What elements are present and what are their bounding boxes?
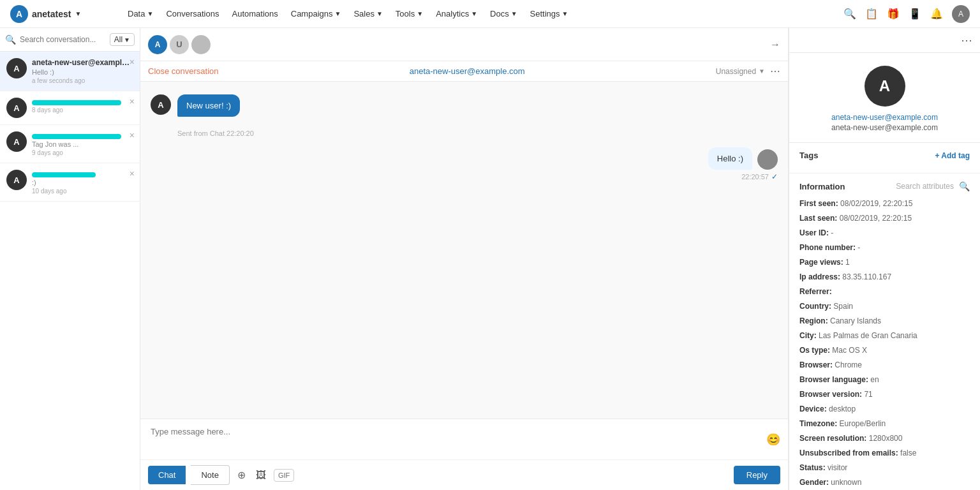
header-avatar-a: A xyxy=(148,35,167,54)
msg-incoming-content: New user! :) xyxy=(177,94,240,117)
contact-email-link[interactable]: aneta-new-user@example.com xyxy=(831,113,938,122)
app-logo[interactable]: A anetatest ▼ xyxy=(10,5,112,23)
attr-os: Os type: Mac OS X xyxy=(799,345,970,356)
nav-right-icons: 🔍 📋 🎁 📱 🔔 A xyxy=(843,5,970,23)
assigned-dropdown[interactable]: Unassigned ▼ xyxy=(716,67,765,76)
conversation-sidebar: 🔍 All ▼ A aneta-new-user@example.com Hel… xyxy=(0,28,140,490)
msg-meta: Sent from Chat 22:20:20 xyxy=(177,130,778,137)
reply-button[interactable]: Reply xyxy=(734,466,780,484)
conv-preview-bar xyxy=(32,134,121,139)
attr-browser-ver: Browser version: 71 xyxy=(799,389,970,400)
msg-outgoing-row: Hello :) xyxy=(708,147,778,170)
more-options-icon[interactable]: ⋯ xyxy=(770,65,780,77)
conv-close-icon[interactable]: × xyxy=(130,168,135,179)
assigned-chevron-icon: ▼ xyxy=(759,68,765,75)
gift-icon[interactable]: 🎁 xyxy=(887,8,900,20)
app-name: anetatest xyxy=(32,9,71,19)
search-icon[interactable]: 🔍 xyxy=(843,8,856,20)
conv-toolbar: Close conversation aneta-new-user@exampl… xyxy=(140,61,788,82)
attr-device: Device: desktop xyxy=(799,403,970,415)
message-input[interactable] xyxy=(151,427,762,450)
nav-tools[interactable]: Tools ▼ xyxy=(396,9,423,19)
conv-time: 10 days ago xyxy=(32,188,133,195)
conv-time: a few seconds ago xyxy=(32,77,133,84)
contact-big-avatar: A xyxy=(865,66,905,107)
nav-conversations[interactable]: Conversations xyxy=(166,9,219,19)
add-tag-button[interactable]: + Add tag xyxy=(935,151,970,160)
search-icon: 🔍 xyxy=(5,34,16,45)
conv-preview: Hello :) xyxy=(32,68,133,76)
delivered-icon: ✓ xyxy=(771,172,778,181)
attr-phone: Phone number: - xyxy=(799,242,970,253)
logo-icon: A xyxy=(10,5,28,23)
nav-docs[interactable]: Docs ▼ xyxy=(490,9,517,19)
conv-name: aneta-new-user@example.com xyxy=(32,58,133,67)
attr-region: Region: Canary Islands xyxy=(799,315,970,327)
msg-bubble: Hello :) xyxy=(708,147,752,170)
right-panel: ⋯ A aneta-new-user@example.com aneta-new… xyxy=(789,28,980,490)
contact-email-plain: aneta-new-user@example.com xyxy=(831,123,938,132)
search-input[interactable] xyxy=(20,35,106,44)
conv-close-icon[interactable]: × xyxy=(130,96,135,107)
header-arrow-icon[interactable]: → xyxy=(770,39,780,50)
main-layout: 🔍 All ▼ A aneta-new-user@example.com Hel… xyxy=(0,28,980,490)
attr-referrer: Referrer: xyxy=(799,286,970,297)
nav-sales[interactable]: Sales ▼ xyxy=(353,9,382,19)
search-attributes-icon[interactable]: 🔍 xyxy=(959,181,970,191)
attr-first-seen: First seen: 08/02/2019, 22:20:15 xyxy=(799,198,970,209)
app-dropdown-icon[interactable]: ▼ xyxy=(75,10,81,17)
conversation-item[interactable]: A Tag Jon was ... 9 days ago × xyxy=(0,125,140,163)
emoji-icon[interactable]: 😊 xyxy=(766,433,780,447)
inbox-icon[interactable]: 📱 xyxy=(909,8,921,20)
gif-button[interactable]: GIF xyxy=(274,469,294,482)
note-tab-button[interactable]: Note xyxy=(191,465,229,485)
filter-dropdown[interactable]: All ▼ xyxy=(110,33,135,46)
conv-close-icon[interactable]: × xyxy=(130,57,135,67)
sidebar-search-bar: 🔍 All ▼ xyxy=(0,28,140,52)
conv-avatar: A xyxy=(6,131,27,152)
conv-content: Tag Jon was ... 9 days ago xyxy=(32,131,133,156)
conv-preview: :) xyxy=(32,179,133,186)
conv-header: A U → xyxy=(140,28,788,61)
bell-icon[interactable]: 🔔 xyxy=(930,8,943,20)
conv-content: :) 10 days ago xyxy=(32,170,133,195)
nav-campaigns[interactable]: Campaigns ▼ xyxy=(291,9,341,19)
header-avatar-img xyxy=(191,35,211,54)
conv-contact-email: aneta-new-user@example.com xyxy=(219,66,716,76)
outgoing-avatar xyxy=(757,149,778,170)
conv-content: 8 days ago xyxy=(32,98,133,114)
nav-settings[interactable]: Settings ▼ xyxy=(530,9,568,19)
message-input-container: 😊 xyxy=(140,419,788,459)
attr-browser-lang: Browser language: en xyxy=(799,374,970,385)
messages-area: A New user! :) Sent from Chat 22:20:20 H… xyxy=(140,82,788,419)
attr-gender: Gender: unknown xyxy=(799,477,970,488)
user-avatar[interactable]: A xyxy=(952,5,970,23)
more-options-icon[interactable]: ⋯ xyxy=(961,33,972,47)
conv-close-icon[interactable]: × xyxy=(130,130,135,140)
conversation-item[interactable]: A aneta-new-user@example.com Hello :) a … xyxy=(0,52,140,91)
attr-browser: Browser: Chrome xyxy=(799,359,970,371)
input-actions: Chat Note ⊕ 🖼 GIF Reply xyxy=(140,459,788,490)
notes-icon[interactable]: 📋 xyxy=(865,8,878,20)
header-avatars: A U xyxy=(148,35,211,54)
conversation-item[interactable]: A 8 days ago × xyxy=(0,91,140,125)
attr-unsub: Unsubscribed from emails: false xyxy=(799,447,970,459)
nav-analytics[interactable]: Analytics ▼ xyxy=(436,9,477,19)
message-outgoing: Hello :) 22:20:57 ✓ xyxy=(151,147,778,181)
nav-data[interactable]: Data ▼ xyxy=(128,9,153,19)
sender-avatar: A xyxy=(151,94,171,115)
conv-time: 9 days ago xyxy=(32,149,133,156)
info-title-row: Information Search attributes 🔍 xyxy=(799,181,970,191)
attachment-icon[interactable]: ⊕ xyxy=(235,466,248,484)
image-icon[interactable]: 🖼 xyxy=(253,467,269,484)
attributes-list: First seen: 08/02/2019, 22:20:15 Last se… xyxy=(799,198,970,488)
chat-tab-button[interactable]: Chat xyxy=(148,466,186,484)
tags-title: Tags + Add tag xyxy=(799,151,970,160)
conversation-panel: A U → Close conversation aneta-new-user@… xyxy=(140,28,789,490)
nav-automations[interactable]: Automations xyxy=(232,9,278,19)
close-conversation-button[interactable]: Close conversation xyxy=(148,66,219,76)
conversation-item[interactable]: A :) 10 days ago × xyxy=(0,163,140,202)
attr-timezone: Timezone: Europe/Berlin xyxy=(799,418,970,429)
right-panel-more-row: ⋯ xyxy=(789,28,980,53)
info-title: Information xyxy=(799,182,845,191)
